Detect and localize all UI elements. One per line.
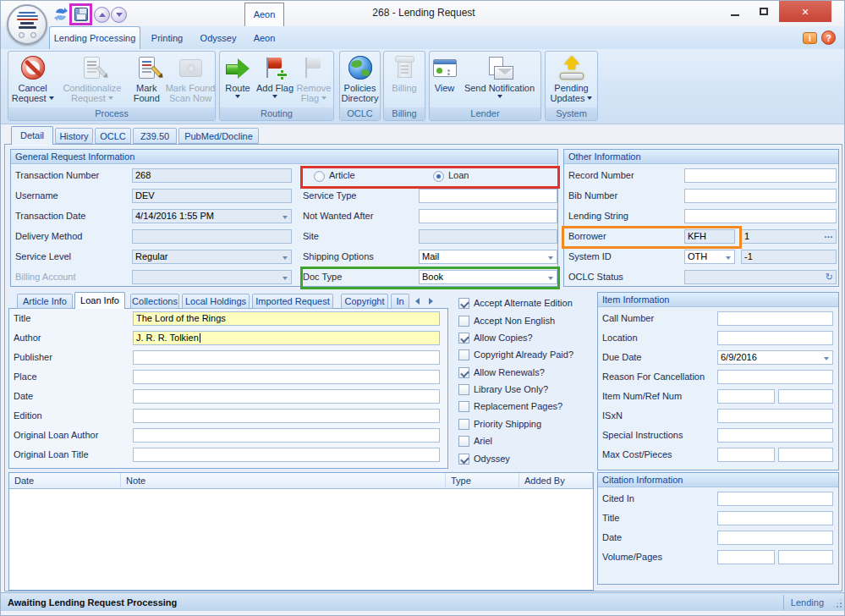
checkbox-replacement-pages[interactable]: Replacement Pages?	[458, 399, 562, 413]
location-field[interactable]	[717, 331, 833, 345]
tab-pubmed-docline[interactable]: PubMed/Docline	[178, 128, 259, 144]
policies-directory-button[interactable]: Policies Directory	[340, 52, 380, 107]
not-wanted-after-field[interactable]	[419, 209, 557, 223]
pieces-field[interactable]	[778, 448, 833, 462]
button-label: Updates	[551, 93, 593, 103]
item-num-field[interactable]	[717, 389, 775, 404]
special-instructions-field[interactable]	[717, 428, 833, 443]
lending-string-field[interactable]	[684, 209, 837, 223]
view-button[interactable]: View	[431, 52, 459, 107]
maximize-button[interactable]	[750, 1, 777, 22]
info-bubble-icon[interactable]: i	[803, 32, 817, 44]
tab-copyright[interactable]: Copyright	[341, 294, 388, 309]
oclc-status-refresh-icon[interactable]: ↻	[826, 271, 833, 283]
borrower-count-field[interactable]: 1 …	[741, 229, 837, 244]
column-header-added-by[interactable]: Added By	[519, 473, 593, 489]
checkbox-copyright-already-paid[interactable]: Copyright Already Paid?	[458, 348, 573, 361]
tab-article-info[interactable]: Article Info	[17, 294, 73, 309]
tab-truncated[interactable]: In	[391, 294, 409, 309]
original-loan-title-field[interactable]	[133, 448, 440, 462]
checkbox-box[interactable]	[458, 384, 469, 395]
checkbox-accept-non-english[interactable]: Accept Non English	[458, 314, 555, 327]
checkbox-ariel[interactable]: Ariel	[458, 434, 492, 448]
borrower-count-value: 1	[744, 231, 749, 241]
citation-title-field[interactable]	[717, 511, 833, 525]
tab-detail[interactable]: Detail	[11, 126, 53, 145]
ribbon-tab-lending-processing[interactable]: Lending Processing	[49, 26, 140, 49]
checkbox-box[interactable]	[458, 401, 469, 412]
checkbox-box[interactable]	[458, 333, 469, 344]
checkbox-box[interactable]	[458, 316, 469, 327]
tab-scroll-left-icon[interactable]	[415, 298, 420, 305]
site-field[interactable]	[419, 229, 557, 244]
checkbox-library-use-only[interactable]: Library Use Only?	[458, 382, 548, 396]
refresh-button[interactable]	[52, 6, 69, 23]
pending-updates-button[interactable]: Pending Updates	[546, 52, 597, 107]
service-type-field[interactable]	[419, 189, 557, 203]
call-number-field[interactable]	[717, 311, 833, 326]
title-field[interactable]: The Lord of the Rings	[133, 311, 440, 326]
close-button[interactable]: ×	[779, 1, 831, 22]
place-field[interactable]	[133, 370, 440, 384]
system-id-field[interactable]: OTH	[684, 250, 735, 264]
reason-for-cancellation-field[interactable]	[717, 370, 833, 384]
help-icon[interactable]: ?	[821, 30, 836, 45]
tab-oclc[interactable]: OCLC	[95, 128, 131, 144]
isxn-field[interactable]	[717, 409, 833, 423]
system-id-number-field[interactable]: -1	[741, 250, 837, 264]
send-notification-button[interactable]: Send Notification	[459, 52, 540, 107]
tab-scroll-right-icon[interactable]	[429, 298, 433, 305]
ribbon-up-button[interactable]	[94, 7, 110, 23]
cancel-request-button[interactable]: Cancel Request	[8, 52, 57, 107]
tab-loan-info[interactable]: Loan Info	[74, 292, 125, 309]
cited-in-field[interactable]	[717, 492, 833, 506]
tab-history[interactable]: History	[55, 128, 93, 144]
route-button[interactable]: Route	[221, 52, 255, 107]
edition-field[interactable]	[133, 409, 440, 423]
minimize-button[interactable]	[722, 1, 749, 22]
citation-date-field[interactable]	[717, 531, 833, 545]
column-header-type[interactable]: Type	[446, 473, 519, 489]
author-field[interactable]: J. R. R. Tolkien	[133, 331, 440, 345]
original-loan-author-field[interactable]	[133, 428, 440, 443]
ref-num-field[interactable]	[778, 389, 833, 404]
pages-field[interactable]	[778, 550, 833, 564]
tab-local-holdings[interactable]: Local Holdings	[182, 294, 250, 309]
checkbox-box[interactable]	[458, 454, 469, 465]
checkbox-accept-alternate-edition[interactable]: Accept Alternate Edition	[458, 296, 573, 310]
checkbox-box[interactable]	[458, 298, 469, 309]
add-flag-button[interactable]: Add Flag	[255, 52, 295, 107]
publisher-field[interactable]	[133, 350, 440, 365]
checkbox-box[interactable]	[458, 419, 469, 430]
checkbox-odyssey[interactable]: Odyssey	[458, 452, 510, 465]
ribbon-tab-printing[interactable]: Printing	[144, 27, 190, 49]
due-date-field[interactable]: 6/9/2016	[717, 350, 833, 365]
date-field[interactable]	[133, 389, 440, 404]
app-icon[interactable]	[7, 4, 47, 45]
volume-field[interactable]	[717, 550, 775, 564]
mark-found-button[interactable]: Mark Found	[128, 52, 167, 107]
ribbon-tab-aeon[interactable]: Aeon	[245, 27, 283, 49]
checkbox-priority-shipping[interactable]: Priority Shipping	[458, 417, 541, 431]
oclc-status-field[interactable]: ↻	[684, 270, 837, 284]
ribbon-down-button[interactable]	[111, 7, 127, 23]
tab-collections[interactable]: Collections	[130, 294, 179, 309]
bib-number-field[interactable]	[684, 189, 837, 203]
column-header-note[interactable]: Note	[121, 473, 446, 489]
ribbon-tab-odyssey[interactable]: Odyssey	[193, 27, 244, 49]
checkbox-box[interactable]	[458, 367, 469, 378]
button-label: Mark Found	[166, 83, 216, 93]
save-icon[interactable]	[74, 8, 88, 21]
resize-grip[interactable]	[833, 599, 842, 608]
checkbox-allow-renewals[interactable]: Allow Renewals?	[458, 366, 545, 379]
tab-imported-request[interactable]: Imported Request	[252, 294, 333, 309]
max-cost-field[interactable]	[717, 448, 775, 462]
record-number-field[interactable]	[684, 168, 837, 183]
column-header-date[interactable]: Date	[9, 473, 121, 489]
tab-z3950[interactable]: Z39.50	[133, 128, 177, 144]
borrower-lookup-button[interactable]: …	[824, 229, 833, 241]
checkbox-allow-copies[interactable]: Allow Copies?	[458, 331, 533, 344]
checkbox-box[interactable]	[458, 436, 469, 447]
checkbox-box[interactable]	[458, 349, 469, 360]
shipping-options-field[interactable]: Mail	[419, 250, 557, 264]
